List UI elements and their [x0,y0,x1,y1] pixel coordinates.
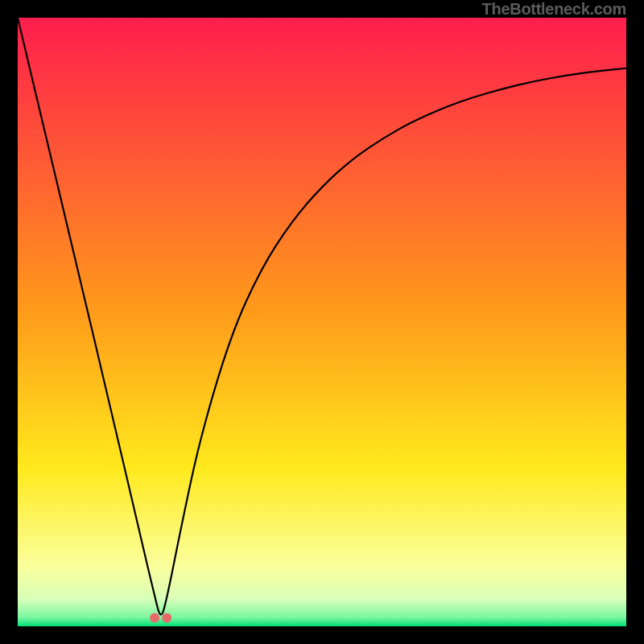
plot-area [18,18,626,626]
chart-root: TheBottleneck.com [0,0,644,644]
watermark-text: TheBottleneck.com [482,0,626,19]
gradient-background [18,18,626,626]
